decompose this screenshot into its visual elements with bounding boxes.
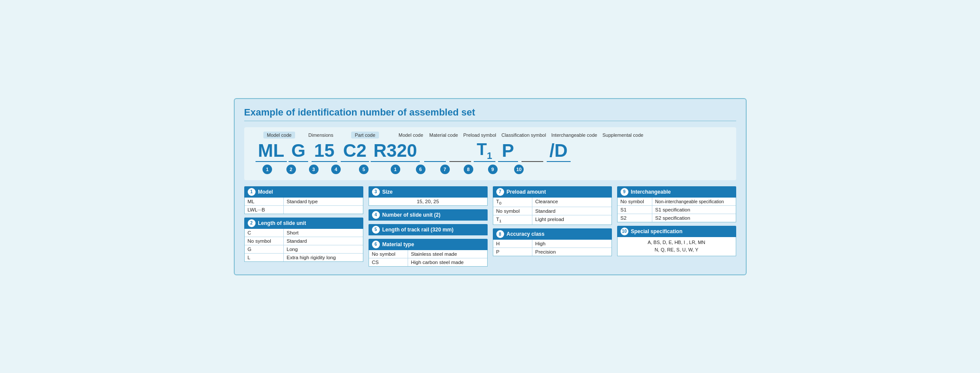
cell-standard-type: Standard type: [284, 198, 363, 205]
table-preload-header: 7 Preload amount: [493, 186, 612, 198]
bubble-9: 9: [488, 165, 498, 174]
sym-P: P: [498, 141, 518, 162]
sym-ML: ML: [256, 141, 287, 162]
cell-light-preload: Light preload: [532, 215, 611, 224]
col2: 3 Size 15, 20, 25 4 Number of slide unit…: [369, 186, 488, 267]
table-accuracy-title: Accuracy class: [507, 231, 545, 237]
table-special-body: A, BS, D, E, HB, I , LR, MNN, Q, RE, S, …: [617, 237, 736, 256]
sym-15: 15: [312, 141, 337, 162]
table-track-length-title: Length of track rail (320 mm): [382, 227, 454, 233]
col1: 1 Model ML Standard type LWL···B: [244, 186, 363, 267]
cell-standard-preload: Standard: [532, 207, 611, 215]
table-slide-unit-num-title: Number of slide unit (2): [382, 212, 441, 218]
table-size-title: Size: [382, 189, 393, 195]
table-special: 10 Special specification A, BS, D, E, HB…: [617, 226, 736, 256]
table-row: ML Standard type: [245, 198, 363, 206]
cell-stainless: Stainless steel made: [408, 250, 487, 258]
page-title: Example of identification number of asse…: [244, 107, 736, 121]
cell-ml: ML: [245, 198, 284, 205]
bubble-sm-9: 9: [621, 188, 628, 196]
bubble-sm-4: 4: [372, 211, 380, 219]
table-row: 15, 20, 25: [369, 198, 487, 205]
cell-T0: T0: [493, 198, 532, 207]
bubble-4: 4: [331, 165, 341, 174]
bubble-sm-7: 7: [496, 188, 504, 196]
table-row: No symbol Standard: [245, 237, 363, 245]
table-slide-length-title: Length of slide unit: [258, 220, 306, 226]
table-slide-length: 2 Length of slide unit C Short No symbol…: [244, 218, 363, 262]
label-supplemental-code: Supplemental code: [601, 132, 645, 139]
label-classification-symbol: Classification symbol: [500, 132, 548, 139]
label-model-code-2: Model code: [397, 132, 425, 139]
table-preload-body: T0 Clearance No symbol Standard T1 Light…: [493, 198, 612, 225]
cell-lwlb-desc: [284, 206, 363, 214]
cell-H: H: [493, 240, 532, 248]
table-accuracy-body: H High P Precision: [493, 240, 612, 256]
table-size: 3 Size 15, 20, 25: [369, 186, 488, 206]
cell-clearance: Clearance: [532, 198, 611, 207]
label-model-code-1: Model code: [263, 132, 295, 139]
col3: 7 Preload amount T0 Clearance No symbol …: [493, 186, 612, 267]
table-model-body: ML Standard type LWL···B: [244, 198, 363, 214]
table-material-type-header: 6 Material type: [369, 239, 488, 250]
bubble-10: 10: [514, 165, 524, 174]
cell-L: L: [245, 254, 284, 261]
cell-high: High: [532, 240, 611, 248]
label-material-code: Material code: [428, 132, 460, 139]
label-interchangeable-code: Interchangeable code: [549, 132, 599, 139]
cell-CS: CS: [369, 258, 408, 266]
bubble-1b: 1: [391, 165, 400, 174]
label-preload-symbol: Preload symbol: [462, 132, 498, 139]
cell-extra-high: Extra high rigidity long: [284, 254, 363, 261]
sym-R320: R320: [371, 141, 419, 162]
sym-slash-D: /D: [547, 141, 571, 162]
bubble-sm-5: 5: [372, 226, 380, 234]
table-row: P Precision: [493, 248, 611, 256]
bubble-6: 6: [416, 165, 425, 174]
table-row: S1 S1 specification: [618, 206, 736, 214]
table-material-type-title: Material type: [382, 241, 414, 248]
cell-no-symbol-preload: No symbol: [493, 207, 532, 215]
sym-C2: C2: [341, 141, 369, 162]
cell-precision: Precision: [532, 248, 611, 256]
table-row: LWL···B: [245, 206, 363, 214]
cell-C: C: [245, 229, 284, 237]
table-slide-unit-num-header: 4 Number of slide unit (2): [369, 209, 488, 221]
table-model-header: 1 Model: [244, 186, 363, 198]
table-material-type: 6 Material type No symbol Stainless stee…: [369, 239, 488, 267]
cell-S1: S1: [618, 206, 652, 214]
cell-no-symbol-mat: No symbol: [369, 250, 408, 258]
cell-S2: S2: [618, 214, 652, 222]
table-special-title: Special specification: [631, 228, 683, 234]
table-track-length-header: 5 Length of track rail (320 mm): [369, 224, 488, 235]
cell-high-carbon: High carbon steel made: [408, 258, 487, 266]
table-size-body: 15, 20, 25: [369, 198, 488, 206]
bubble-sm-2: 2: [248, 219, 256, 227]
table-special-header: 10 Special specification: [617, 226, 736, 237]
bubble-sm-3: 3: [372, 188, 380, 196]
cell-T1: T1: [493, 215, 532, 224]
cell-sizes: 15, 20, 25: [369, 198, 487, 205]
sym-T1: T1: [474, 141, 495, 162]
cell-S2-spec: S2 specification: [652, 214, 736, 222]
table-row: T1 Light preload: [493, 215, 611, 224]
bubble-sm-8: 8: [496, 230, 504, 238]
table-row: No symbol Stainless steel made: [369, 250, 487, 258]
table-row: CS High carbon steel made: [369, 258, 487, 266]
table-row: No symbol Standard: [493, 207, 611, 215]
cell-no-symbol-slide: No symbol: [245, 237, 284, 245]
bubble-sm-6: 6: [372, 241, 380, 248]
bubble-1a: 1: [262, 165, 272, 174]
table-model: 1 Model ML Standard type LWL···B: [244, 186, 363, 214]
label-dimensions: Dimensions: [307, 132, 335, 139]
table-track-length: 5 Length of track rail (320 mm): [369, 224, 488, 235]
cell-P: P: [493, 248, 532, 256]
table-preload-title: Preload amount: [507, 189, 546, 195]
label-part-code: Part code: [351, 132, 379, 139]
table-model-title: Model: [258, 189, 273, 195]
code-section: Model code Dimensions Part code Model co…: [244, 127, 736, 180]
col4: 9 Interchangeable No symbol Non-intercha…: [617, 186, 736, 267]
table-row: T0 Clearance: [493, 198, 611, 207]
table-interchangeable-header: 9 Interchangeable: [617, 186, 736, 198]
cell-special-codes: A, BS, D, E, HB, I , LR, MNN, Q, RE, S, …: [618, 237, 736, 256]
